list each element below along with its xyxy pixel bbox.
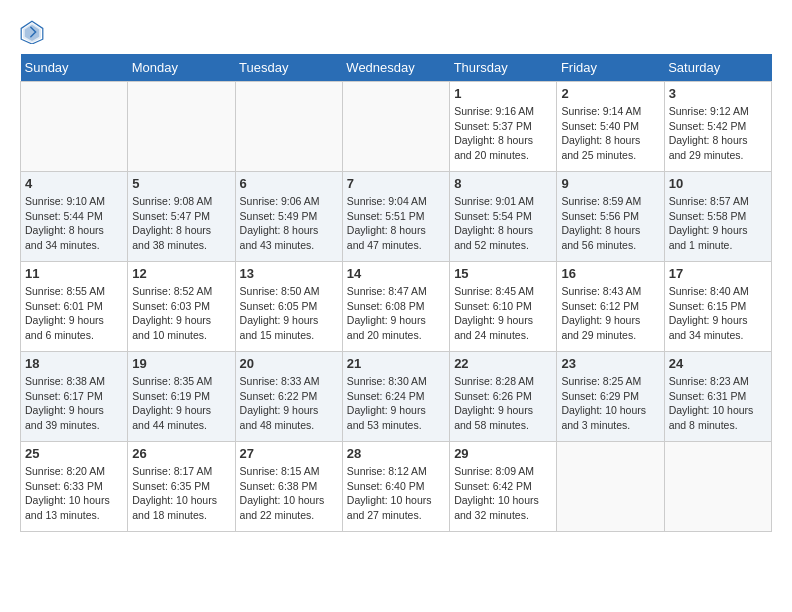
day-number: 23 <box>561 356 659 371</box>
calendar-day-cell <box>557 442 664 532</box>
weekday-header: Friday <box>557 54 664 82</box>
day-info: Sunrise: 8:25 AMSunset: 6:29 PMDaylight:… <box>561 374 659 433</box>
calendar-day-cell: 26Sunrise: 8:17 AMSunset: 6:35 PMDayligh… <box>128 442 235 532</box>
day-info: Sunrise: 8:52 AMSunset: 6:03 PMDaylight:… <box>132 284 230 343</box>
calendar-week-row: 18Sunrise: 8:38 AMSunset: 6:17 PMDayligh… <box>21 352 772 442</box>
calendar-day-cell: 28Sunrise: 8:12 AMSunset: 6:40 PMDayligh… <box>342 442 449 532</box>
day-number: 15 <box>454 266 552 281</box>
day-info: Sunrise: 8:33 AMSunset: 6:22 PMDaylight:… <box>240 374 338 433</box>
day-info: Sunrise: 8:45 AMSunset: 6:10 PMDaylight:… <box>454 284 552 343</box>
calendar-day-cell: 20Sunrise: 8:33 AMSunset: 6:22 PMDayligh… <box>235 352 342 442</box>
calendar-day-cell <box>664 442 771 532</box>
day-info: Sunrise: 8:43 AMSunset: 6:12 PMDaylight:… <box>561 284 659 343</box>
day-number: 5 <box>132 176 230 191</box>
day-number: 3 <box>669 86 767 101</box>
day-info: Sunrise: 9:16 AMSunset: 5:37 PMDaylight:… <box>454 104 552 163</box>
calendar-day-cell: 3Sunrise: 9:12 AMSunset: 5:42 PMDaylight… <box>664 82 771 172</box>
calendar-day-cell: 29Sunrise: 8:09 AMSunset: 6:42 PMDayligh… <box>450 442 557 532</box>
day-info: Sunrise: 8:17 AMSunset: 6:35 PMDaylight:… <box>132 464 230 523</box>
day-number: 25 <box>25 446 123 461</box>
day-info: Sunrise: 8:50 AMSunset: 6:05 PMDaylight:… <box>240 284 338 343</box>
calendar-day-cell: 16Sunrise: 8:43 AMSunset: 6:12 PMDayligh… <box>557 262 664 352</box>
day-info: Sunrise: 8:35 AMSunset: 6:19 PMDaylight:… <box>132 374 230 433</box>
day-number: 10 <box>669 176 767 191</box>
calendar-day-cell: 7Sunrise: 9:04 AMSunset: 5:51 PMDaylight… <box>342 172 449 262</box>
calendar-week-row: 11Sunrise: 8:55 AMSunset: 6:01 PMDayligh… <box>21 262 772 352</box>
day-number: 16 <box>561 266 659 281</box>
calendar-day-cell: 4Sunrise: 9:10 AMSunset: 5:44 PMDaylight… <box>21 172 128 262</box>
day-info: Sunrise: 8:12 AMSunset: 6:40 PMDaylight:… <box>347 464 445 523</box>
calendar-day-cell: 15Sunrise: 8:45 AMSunset: 6:10 PMDayligh… <box>450 262 557 352</box>
day-info: Sunrise: 8:55 AMSunset: 6:01 PMDaylight:… <box>25 284 123 343</box>
page-header <box>20 20 772 44</box>
day-number: 11 <box>25 266 123 281</box>
weekday-header: Monday <box>128 54 235 82</box>
weekday-header: Tuesday <box>235 54 342 82</box>
day-info: Sunrise: 9:08 AMSunset: 5:47 PMDaylight:… <box>132 194 230 253</box>
day-number: 14 <box>347 266 445 281</box>
day-info: Sunrise: 8:57 AMSunset: 5:58 PMDaylight:… <box>669 194 767 253</box>
day-number: 26 <box>132 446 230 461</box>
calendar-day-cell <box>21 82 128 172</box>
day-number: 21 <box>347 356 445 371</box>
day-number: 13 <box>240 266 338 281</box>
day-info: Sunrise: 8:09 AMSunset: 6:42 PMDaylight:… <box>454 464 552 523</box>
day-number: 22 <box>454 356 552 371</box>
day-number: 8 <box>454 176 552 191</box>
day-info: Sunrise: 8:20 AMSunset: 6:33 PMDaylight:… <box>25 464 123 523</box>
calendar-day-cell: 19Sunrise: 8:35 AMSunset: 6:19 PMDayligh… <box>128 352 235 442</box>
day-info: Sunrise: 8:28 AMSunset: 6:26 PMDaylight:… <box>454 374 552 433</box>
calendar-day-cell: 23Sunrise: 8:25 AMSunset: 6:29 PMDayligh… <box>557 352 664 442</box>
calendar-day-cell: 10Sunrise: 8:57 AMSunset: 5:58 PMDayligh… <box>664 172 771 262</box>
calendar-day-cell <box>128 82 235 172</box>
calendar-week-row: 1Sunrise: 9:16 AMSunset: 5:37 PMDaylight… <box>21 82 772 172</box>
calendar-day-cell: 2Sunrise: 9:14 AMSunset: 5:40 PMDaylight… <box>557 82 664 172</box>
day-info: Sunrise: 9:12 AMSunset: 5:42 PMDaylight:… <box>669 104 767 163</box>
calendar-day-cell: 13Sunrise: 8:50 AMSunset: 6:05 PMDayligh… <box>235 262 342 352</box>
day-number: 12 <box>132 266 230 281</box>
day-info: Sunrise: 8:40 AMSunset: 6:15 PMDaylight:… <box>669 284 767 343</box>
weekday-header: Thursday <box>450 54 557 82</box>
day-info: Sunrise: 8:15 AMSunset: 6:38 PMDaylight:… <box>240 464 338 523</box>
day-info: Sunrise: 8:59 AMSunset: 5:56 PMDaylight:… <box>561 194 659 253</box>
weekday-header: Saturday <box>664 54 771 82</box>
logo <box>20 20 48 44</box>
calendar-day-cell: 21Sunrise: 8:30 AMSunset: 6:24 PMDayligh… <box>342 352 449 442</box>
calendar-week-row: 4Sunrise: 9:10 AMSunset: 5:44 PMDaylight… <box>21 172 772 262</box>
calendar-day-cell: 14Sunrise: 8:47 AMSunset: 6:08 PMDayligh… <box>342 262 449 352</box>
weekday-header: Sunday <box>21 54 128 82</box>
day-number: 29 <box>454 446 552 461</box>
calendar-day-cell: 1Sunrise: 9:16 AMSunset: 5:37 PMDaylight… <box>450 82 557 172</box>
calendar-header-row: SundayMondayTuesdayWednesdayThursdayFrid… <box>21 54 772 82</box>
day-number: 2 <box>561 86 659 101</box>
calendar-day-cell: 18Sunrise: 8:38 AMSunset: 6:17 PMDayligh… <box>21 352 128 442</box>
calendar-week-row: 25Sunrise: 8:20 AMSunset: 6:33 PMDayligh… <box>21 442 772 532</box>
day-number: 1 <box>454 86 552 101</box>
day-info: Sunrise: 9:10 AMSunset: 5:44 PMDaylight:… <box>25 194 123 253</box>
day-info: Sunrise: 8:38 AMSunset: 6:17 PMDaylight:… <box>25 374 123 433</box>
calendar-day-cell: 22Sunrise: 8:28 AMSunset: 6:26 PMDayligh… <box>450 352 557 442</box>
day-info: Sunrise: 9:04 AMSunset: 5:51 PMDaylight:… <box>347 194 445 253</box>
calendar-day-cell: 11Sunrise: 8:55 AMSunset: 6:01 PMDayligh… <box>21 262 128 352</box>
day-number: 20 <box>240 356 338 371</box>
day-number: 17 <box>669 266 767 281</box>
day-number: 19 <box>132 356 230 371</box>
day-number: 18 <box>25 356 123 371</box>
day-info: Sunrise: 9:14 AMSunset: 5:40 PMDaylight:… <box>561 104 659 163</box>
calendar-day-cell: 5Sunrise: 9:08 AMSunset: 5:47 PMDaylight… <box>128 172 235 262</box>
day-number: 24 <box>669 356 767 371</box>
calendar-day-cell: 8Sunrise: 9:01 AMSunset: 5:54 PMDaylight… <box>450 172 557 262</box>
day-info: Sunrise: 9:06 AMSunset: 5:49 PMDaylight:… <box>240 194 338 253</box>
day-number: 9 <box>561 176 659 191</box>
calendar-day-cell: 17Sunrise: 8:40 AMSunset: 6:15 PMDayligh… <box>664 262 771 352</box>
day-number: 27 <box>240 446 338 461</box>
calendar-day-cell: 24Sunrise: 8:23 AMSunset: 6:31 PMDayligh… <box>664 352 771 442</box>
calendar-day-cell: 9Sunrise: 8:59 AMSunset: 5:56 PMDaylight… <box>557 172 664 262</box>
day-number: 4 <box>25 176 123 191</box>
day-number: 28 <box>347 446 445 461</box>
calendar-day-cell: 27Sunrise: 8:15 AMSunset: 6:38 PMDayligh… <box>235 442 342 532</box>
day-number: 6 <box>240 176 338 191</box>
calendar-table: SundayMondayTuesdayWednesdayThursdayFrid… <box>20 54 772 532</box>
calendar-day-cell: 6Sunrise: 9:06 AMSunset: 5:49 PMDaylight… <box>235 172 342 262</box>
day-info: Sunrise: 8:23 AMSunset: 6:31 PMDaylight:… <box>669 374 767 433</box>
